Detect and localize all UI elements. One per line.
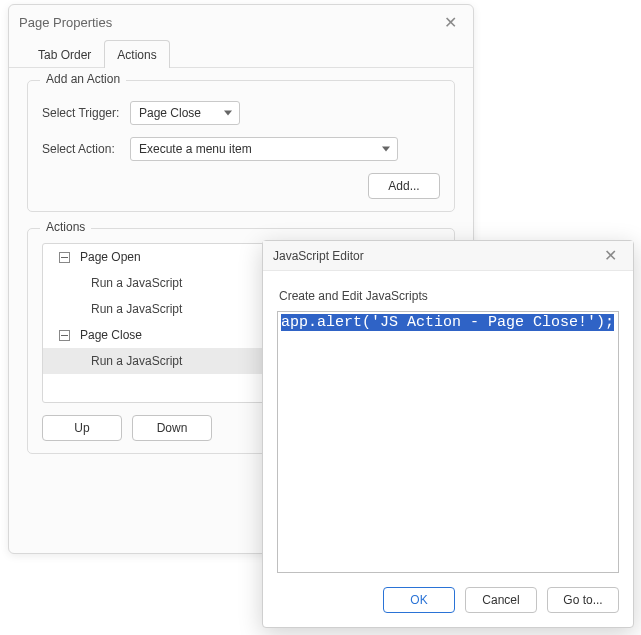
collapse-icon[interactable] (59, 330, 70, 341)
dialog-title: Page Properties (19, 15, 438, 30)
tabs: Tab Order Actions (9, 39, 473, 68)
dialog-title: JavaScript Editor (273, 249, 598, 263)
up-button[interactable]: Up (42, 415, 122, 441)
code-textarea[interactable]: app.alert('JS Action - Page Close!'); (277, 311, 619, 573)
tab-tab-order[interactable]: Tab Order (25, 40, 104, 68)
action-select[interactable]: Execute a menu item (130, 137, 398, 161)
tab-actions[interactable]: Actions (104, 40, 169, 68)
actions-legend: Actions (40, 220, 91, 234)
add-action-legend: Add an Action (40, 72, 126, 86)
close-icon[interactable]: ✕ (438, 11, 463, 34)
down-button[interactable]: Down (132, 415, 212, 441)
goto-button[interactable]: Go to... (547, 587, 619, 613)
close-icon[interactable]: ✕ (598, 244, 623, 267)
titlebar: JavaScript Editor ✕ (263, 241, 633, 271)
cancel-button[interactable]: Cancel (465, 587, 537, 613)
editor-label: Create and Edit JavaScripts (279, 289, 617, 303)
trigger-select[interactable]: Page Close (130, 101, 240, 125)
titlebar: Page Properties ✕ (9, 5, 473, 39)
add-button[interactable]: Add... (368, 173, 440, 199)
add-action-group: Add an Action Select Trigger: Page Close… (27, 80, 455, 212)
action-label: Select Action: (42, 142, 130, 156)
javascript-editor-dialog: JavaScript Editor ✕ Create and Edit Java… (262, 240, 634, 628)
collapse-icon[interactable] (59, 252, 70, 263)
trigger-label: Select Trigger: (42, 106, 130, 120)
ok-button[interactable]: OK (383, 587, 455, 613)
